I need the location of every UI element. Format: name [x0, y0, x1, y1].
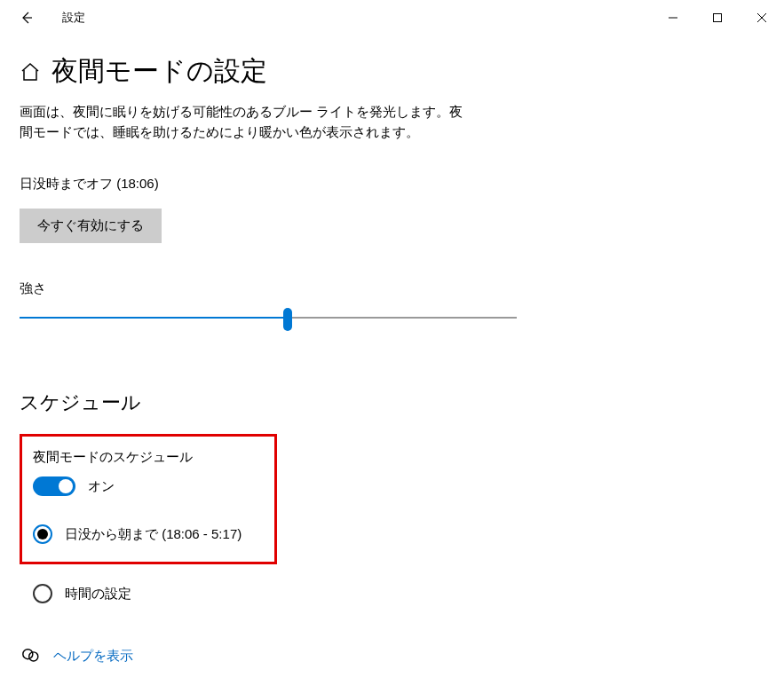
- schedule-toggle[interactable]: [33, 476, 75, 496]
- arrow-left-icon: [20, 11, 34, 25]
- radio-sunset-label: 日没から朝まで (18:06 - 5:17): [65, 526, 242, 543]
- radio-icon: [33, 584, 52, 603]
- enable-now-button[interactable]: 今すぐ有効にする: [20, 209, 162, 243]
- page-title: 夜間モードの設定: [51, 53, 267, 90]
- minimize-button[interactable]: [651, 0, 695, 35]
- home-icon[interactable]: [20, 61, 41, 83]
- schedule-heading: スケジュール: [20, 390, 764, 416]
- schedule-toggle-label: 夜間モードのスケジュール: [33, 449, 264, 466]
- maximize-icon: [712, 12, 723, 23]
- svg-point-4: [23, 650, 33, 659]
- svg-rect-1: [714, 14, 722, 22]
- help-label: ヘルプを表示: [53, 648, 133, 665]
- strength-slider[interactable]: [20, 310, 517, 327]
- page-description: 画面は、夜間に眠りを妨げる可能性のあるブルー ライトを発光します。夜間モードでは…: [20, 102, 463, 142]
- radio-dot-icon: [37, 529, 48, 539]
- radio-custom-label: 時間の設定: [65, 586, 131, 602]
- window-title: 設定: [62, 10, 85, 26]
- radio-custom-hours[interactable]: 時間の設定: [33, 584, 764, 603]
- status-text: 日没時までオフ (18:06): [20, 176, 764, 193]
- toggle-state-text: オン: [88, 478, 115, 495]
- back-button[interactable]: [9, 0, 44, 35]
- maximize-button[interactable]: [695, 0, 740, 35]
- close-button[interactable]: [740, 0, 784, 35]
- radio-icon: [33, 524, 52, 544]
- slider-fill: [20, 317, 288, 319]
- help-icon: [21, 646, 41, 665]
- svg-point-5: [29, 652, 38, 661]
- help-link[interactable]: ヘルプを表示: [21, 646, 764, 665]
- close-icon: [756, 12, 767, 23]
- strength-label: 強さ: [20, 280, 764, 297]
- highlight-annotation: 夜間モードのスケジュール オン 日没から朝まで (18:06 - 5:17): [20, 434, 277, 564]
- toggle-knob: [59, 479, 73, 493]
- slider-thumb[interactable]: [283, 308, 292, 331]
- radio-sunset-to-sunrise[interactable]: 日没から朝まで (18:06 - 5:17): [33, 524, 264, 544]
- minimize-icon: [668, 12, 678, 23]
